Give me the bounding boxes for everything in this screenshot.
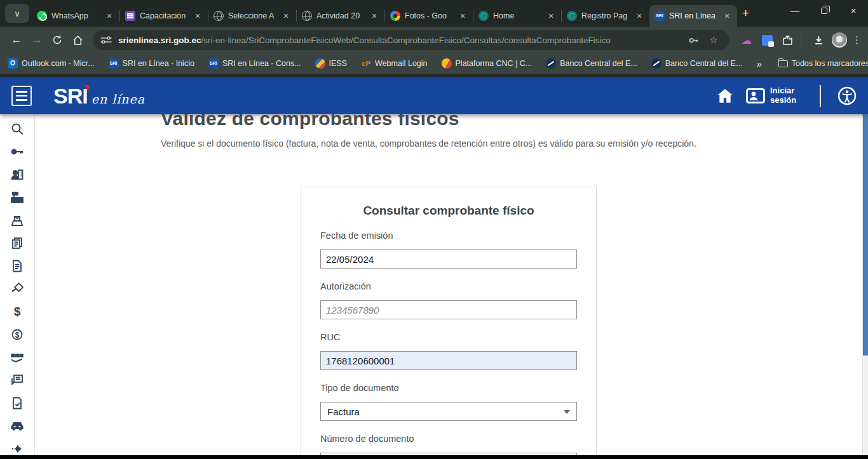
sri-logo-script: en línea [92, 92, 145, 106]
tab-label: SRI en Línea [669, 11, 717, 20]
cloud-extension-icon[interactable]: ☁ [738, 32, 755, 48]
document-icon[interactable] [10, 259, 25, 273]
login-button[interactable]: Iniciar sesión [746, 86, 803, 105]
dollar-icon[interactable]: $ [10, 305, 25, 319]
site-info-icon[interactable] [100, 36, 112, 44]
downloads-button[interactable] [810, 32, 827, 48]
tab-capacitacion[interactable]: Capacitación × [120, 5, 208, 27]
ruc-input[interactable] [320, 351, 577, 370]
tab-fotos[interactable]: Fotos - Goo × [385, 5, 473, 27]
accessibility-icon[interactable] [837, 86, 857, 105]
tab-registro[interactable]: Registro Pag × [562, 5, 649, 27]
bookmark-bce-1[interactable]: Banco Central del E... [546, 58, 637, 69]
tab-close-icon[interactable]: × [369, 11, 379, 21]
tab-sri-en-linea-active[interactable]: SRI SRI en Línea × [649, 5, 737, 27]
page-scrollbar[interactable] [862, 114, 868, 455]
tab-actividad[interactable]: Actividad 20 × [297, 5, 384, 27]
google-forms-icon [125, 11, 135, 21]
exit-icon[interactable] [10, 442, 25, 455]
toolbar-separator [801, 34, 801, 46]
page-title: Validez de comprobantes físicos [161, 114, 843, 130]
refund-icon[interactable]: $ [10, 328, 25, 342]
tipo-documento-select[interactable]: Factura [320, 402, 577, 421]
bookmark-sri-consultas[interactable]: SRI SRI en Línea - Cons... [208, 58, 301, 69]
key-icon[interactable] [10, 145, 25, 159]
cash-register-icon[interactable] [10, 190, 25, 204]
url-text[interactable]: srienlinea.sri.gob.ec/sri-en-linea/SriCo… [118, 36, 681, 45]
browser-menu-button[interactable]: ⋮ [852, 34, 862, 46]
autorizacion-label: Autorización [320, 281, 577, 291]
sri-logo-text: SRI [53, 84, 88, 109]
globe-icon [214, 11, 224, 21]
outlook-icon: O [8, 58, 18, 69]
forward-button[interactable]: → [27, 30, 47, 50]
url-path: /sri-en-linea/SriComprobanteFisicoWeb/Co… [201, 36, 611, 45]
chevron-down-icon: ∨ [14, 9, 20, 18]
vehicle-icon[interactable] [10, 419, 25, 433]
home-icon[interactable] [717, 88, 733, 103]
complaints-icon[interactable] [10, 373, 25, 387]
all-bookmarks-label: Todos los marcadores [792, 59, 868, 68]
bookmark-sri-inicio[interactable]: SRI SRI en Línea - Inicio [109, 58, 194, 69]
bookmark-outlook[interactable]: O Outlook.com - Micr... [8, 58, 95, 69]
back-button[interactable]: ← [6, 30, 27, 50]
home-icon [72, 35, 83, 46]
tab-close-icon[interactable]: × [722, 11, 732, 21]
tab-close-icon[interactable]: × [281, 11, 291, 21]
bookmark-bce-2[interactable]: Banco Central del E... [651, 58, 743, 69]
search-icon[interactable] [10, 122, 25, 136]
tab-close-icon[interactable]: × [546, 11, 556, 21]
documents-icon[interactable] [10, 236, 25, 250]
tag-icon[interactable] [10, 282, 25, 296]
bookmark-label: Banco Central del E... [560, 59, 637, 68]
whatsapp-icon [37, 11, 47, 21]
new-tab-button[interactable]: + [742, 6, 749, 20]
restore-button[interactable] [810, 0, 839, 22]
tab-label: WhatsApp [51, 11, 100, 20]
password-manager-button[interactable] [685, 32, 702, 48]
extensions-button[interactable] [779, 32, 796, 48]
tab-search-button[interactable]: ∨ [5, 4, 29, 23]
sri-favicon: SRI [109, 58, 119, 69]
svg-text:$: $ [15, 331, 20, 340]
field-autorizacion: Autorización [320, 281, 577, 319]
tab-close-icon[interactable]: × [458, 11, 468, 21]
screen-bottom-edge [0, 455, 868, 459]
tab-home[interactable]: Home × [473, 5, 561, 27]
bookmarks-overflow-button[interactable]: » [756, 58, 761, 69]
reload-button[interactable] [47, 30, 67, 50]
minimize-button[interactable]: — [780, 0, 810, 22]
tab-close-icon[interactable]: × [193, 11, 203, 21]
field-ruc: RUC [320, 332, 577, 370]
menu-button[interactable] [11, 86, 32, 106]
bookmark-webmail[interactable]: cP Webmail Login [361, 58, 427, 69]
home-button[interactable] [67, 30, 88, 50]
autorizacion-input[interactable] [320, 300, 577, 319]
bookmark-cnc[interactable]: Plataforma CNC | C... [442, 58, 532, 69]
login-label: Iniciar sesión [770, 86, 803, 105]
bookmark-iess[interactable]: IESS [315, 58, 348, 69]
iess-icon [315, 58, 325, 69]
sri-logo[interactable]: SRI en línea [53, 84, 145, 109]
translate-extension-button[interactable] [759, 32, 775, 48]
document-check-icon[interactable] [10, 396, 25, 410]
tab-close-icon[interactable]: × [634, 11, 644, 21]
tab-label: Seleccione A [228, 11, 276, 20]
fecha-emision-input[interactable] [320, 249, 577, 269]
tab-seleccione[interactable]: Seleccione A × [208, 5, 296, 27]
scrollbar-thumb[interactable] [863, 114, 868, 356]
cpanel-icon: cP [361, 58, 371, 69]
consulta-form-card: Consultar comprobante físico Fecha de em… [301, 187, 597, 455]
tab-close-icon[interactable]: × [104, 11, 114, 21]
profile-avatar[interactable] [832, 32, 847, 48]
inbox-icon[interactable] [10, 213, 25, 227]
tab-whatsapp[interactable]: WhatsApp × [32, 5, 119, 27]
payment-cards-icon[interactable] [10, 350, 25, 364]
taxpayer-icon[interactable] [10, 168, 25, 182]
address-bar[interactable]: srienlinea.sri.gob.ec/sri-en-linea/SriCo… [93, 30, 729, 50]
close-button[interactable]: × [839, 0, 868, 22]
user-card-icon [746, 88, 765, 103]
all-bookmarks-button[interactable]: Todos los marcadores [778, 59, 868, 68]
tab-label: Registro Pag [581, 11, 630, 20]
bookmark-star-button[interactable]: ☆ [705, 32, 722, 48]
